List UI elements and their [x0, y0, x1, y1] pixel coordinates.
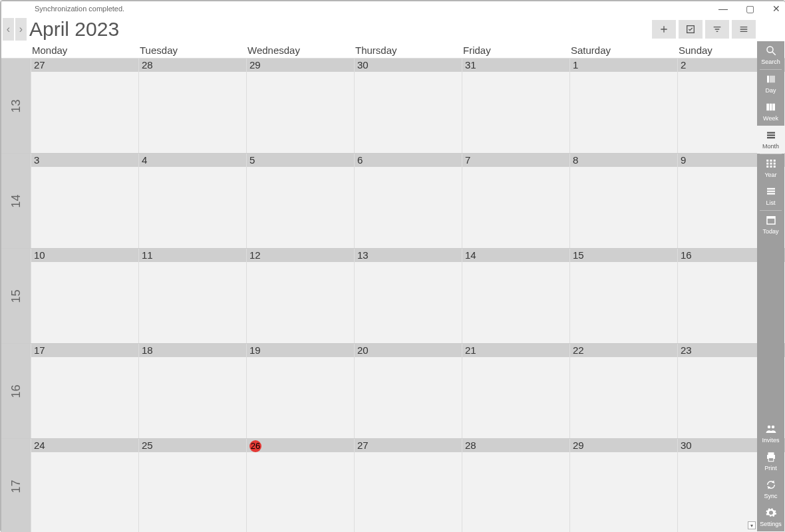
- day-cell[interactable]: 24: [31, 439, 138, 532]
- collapse-toggle[interactable]: ▾: [748, 521, 756, 529]
- day-cell[interactable]: 12: [246, 249, 354, 343]
- day-cell[interactable]: 18: [138, 344, 246, 438]
- sync-button[interactable]: Sync: [757, 475, 784, 503]
- day-number: 3: [31, 154, 138, 167]
- day-cell[interactable]: 5: [246, 154, 354, 248]
- day-cell[interactable]: 28: [462, 439, 569, 532]
- svg-rect-20: [767, 188, 775, 190]
- day-number: 6: [355, 154, 462, 167]
- day-cell[interactable]: 27: [354, 439, 462, 532]
- day-cell[interactable]: 6: [354, 154, 462, 248]
- sync-label: Sync: [764, 493, 777, 499]
- print-label: Print: [764, 465, 777, 471]
- filter-button[interactable]: [705, 20, 729, 39]
- svg-rect-6: [769, 104, 772, 111]
- day-number: 12: [247, 249, 354, 262]
- tasks-button[interactable]: [679, 20, 703, 39]
- day-number: 11: [139, 249, 246, 262]
- view-day-button[interactable]: Day: [757, 70, 784, 98]
- week-label: Week: [763, 115, 778, 122]
- day-cell[interactable]: 26: [246, 439, 354, 532]
- close-button[interactable]: ✕: [770, 3, 782, 14]
- day-cell[interactable]: 10: [31, 249, 138, 343]
- calendar-grid: 1327282930311214345678915101112131415161…: [1, 59, 785, 532]
- day-number: 21: [462, 344, 569, 357]
- day-header: Friday: [462, 43, 569, 58]
- day-cell[interactable]: 25: [138, 439, 246, 532]
- day-number: 15: [570, 249, 677, 262]
- svg-rect-21: [767, 191, 775, 192]
- svg-rect-13: [773, 160, 775, 162]
- svg-rect-16: [773, 163, 775, 165]
- search-button[interactable]: Search: [757, 41, 784, 69]
- day-number: 27: [31, 59, 138, 72]
- day-cell[interactable]: 20: [354, 344, 462, 438]
- day-cell[interactable]: 15: [569, 249, 677, 343]
- day-cell[interactable]: 4: [138, 154, 246, 248]
- view-week-button[interactable]: Week: [757, 98, 784, 126]
- svg-rect-22: [767, 193, 775, 194]
- day-number: 30: [355, 59, 462, 72]
- week-number: 15: [1, 249, 31, 343]
- day-cell[interactable]: 1: [569, 59, 677, 153]
- svg-rect-27: [768, 452, 774, 455]
- day-cell[interactable]: 7: [462, 154, 569, 248]
- day-number: 14: [462, 249, 569, 262]
- svg-rect-11: [766, 160, 768, 162]
- day-cell[interactable]: 17: [31, 344, 138, 438]
- day-cell[interactable]: 3: [31, 154, 138, 248]
- settings-button[interactable]: Settings: [757, 503, 784, 531]
- day-header-row: Monday Tuesday Wednesday Thursday Friday…: [1, 43, 785, 59]
- day-cell[interactable]: 29: [569, 439, 677, 532]
- add-button[interactable]: [652, 20, 676, 39]
- next-month-button[interactable]: ›: [15, 18, 27, 41]
- day-number: 28: [462, 439, 569, 452]
- day-number: 27: [355, 439, 462, 452]
- print-button[interactable]: Print: [757, 448, 784, 475]
- svg-point-1: [767, 47, 773, 53]
- day-cell[interactable]: 11: [138, 249, 246, 343]
- settings-label: Settings: [760, 521, 782, 527]
- day-header: Monday: [31, 43, 138, 58]
- week-number: 16: [1, 344, 31, 438]
- view-month-button[interactable]: Month: [757, 126, 784, 154]
- day-cell[interactable]: 28: [138, 59, 246, 153]
- day-number: 26: [247, 439, 354, 452]
- day-header: Saturday: [569, 43, 677, 58]
- svg-rect-10: [767, 137, 775, 138]
- week-row: 1724252627282930: [1, 438, 785, 532]
- prev-month-button[interactable]: ‹: [3, 18, 14, 41]
- view-year-button[interactable]: Year: [757, 154, 784, 182]
- svg-line-2: [772, 52, 776, 55]
- day-number: 31: [462, 59, 569, 72]
- main: Monday Tuesday Wednesday Thursday Friday…: [1, 43, 785, 532]
- day-cell[interactable]: 30: [354, 59, 462, 153]
- svg-rect-24: [767, 217, 775, 219]
- day-cell[interactable]: 22: [569, 344, 677, 438]
- day-number: 8: [570, 154, 677, 167]
- day-cell[interactable]: 19: [246, 344, 354, 438]
- day-number: 13: [355, 249, 462, 262]
- day-cell[interactable]: 13: [354, 249, 462, 343]
- day-cell[interactable]: 27: [31, 59, 138, 153]
- day-cell[interactable]: 21: [462, 344, 569, 438]
- menu-button[interactable]: [732, 20, 756, 39]
- week-number: 13: [1, 59, 31, 153]
- titlebar: Synchronization completed. — ▢ ✕: [1, 1, 785, 16]
- page-title: April 2023: [29, 18, 119, 41]
- week-row: 13272829303112: [1, 59, 785, 153]
- view-list-button[interactable]: List: [757, 182, 784, 210]
- day-cell[interactable]: 31: [462, 59, 569, 153]
- svg-rect-15: [770, 163, 772, 165]
- day-cell[interactable]: 14: [462, 249, 569, 343]
- week-number: 17: [1, 439, 31, 532]
- day-header: Tuesday: [138, 43, 246, 58]
- minimize-button[interactable]: —: [717, 3, 729, 14]
- day-number: 25: [139, 439, 246, 452]
- day-number: 10: [31, 249, 138, 262]
- invites-button[interactable]: Invites: [757, 420, 784, 448]
- maximize-button[interactable]: ▢: [744, 3, 756, 14]
- day-cell[interactable]: 29: [246, 59, 354, 153]
- today-button[interactable]: Today: [757, 211, 784, 239]
- day-cell[interactable]: 8: [569, 154, 677, 248]
